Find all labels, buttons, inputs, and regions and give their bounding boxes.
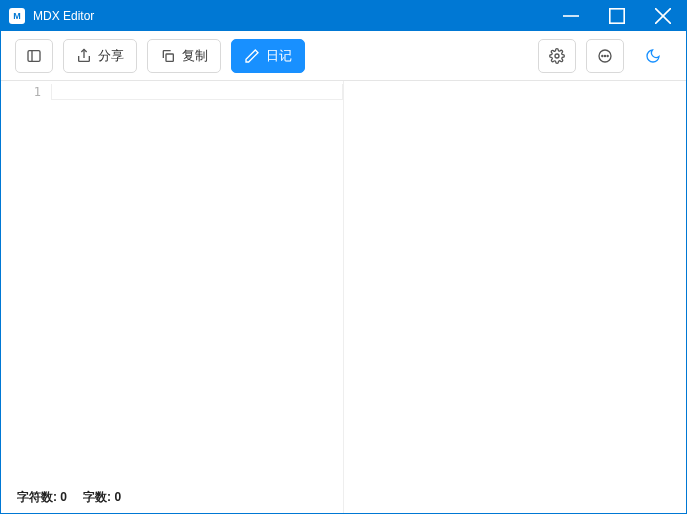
app-window: M MDX Editor 分享 — [0, 0, 687, 514]
minimize-icon — [563, 8, 579, 24]
maximize-button[interactable] — [594, 1, 640, 31]
svg-rect-4 — [28, 50, 40, 61]
copy-label: 复制 — [182, 47, 208, 65]
preview-pane — [344, 81, 686, 513]
moon-icon — [645, 48, 661, 64]
line-gutter: 1 — [1, 81, 51, 481]
close-icon — [655, 8, 671, 24]
sidebar-icon — [26, 48, 42, 64]
app-icon: M — [9, 8, 25, 24]
pencil-icon — [244, 48, 260, 64]
toolbar: 分享 复制 日记 — [1, 31, 686, 81]
editor-pane: 1 字符数: 0 字数: 0 — [1, 81, 344, 513]
char-count-value: 0 — [60, 490, 67, 504]
editor-body: 1 — [1, 81, 343, 481]
share-button[interactable]: 分享 — [63, 39, 137, 73]
diary-button[interactable]: 日记 — [231, 39, 305, 73]
svg-point-11 — [604, 55, 605, 56]
more-button[interactable] — [586, 39, 624, 73]
share-label: 分享 — [98, 47, 124, 65]
svg-point-8 — [555, 54, 559, 58]
titlebar: M MDX Editor — [1, 1, 686, 31]
ellipsis-icon — [597, 48, 613, 64]
char-count: 字符数: 0 — [17, 489, 67, 506]
share-icon — [76, 48, 92, 64]
diary-label: 日记 — [266, 47, 292, 65]
maximize-icon — [609, 8, 625, 24]
gear-icon — [549, 48, 565, 64]
statusbar: 字符数: 0 字数: 0 — [1, 481, 343, 513]
svg-point-12 — [607, 55, 608, 56]
word-count-value: 0 — [114, 490, 121, 504]
window-title: MDX Editor — [33, 9, 94, 23]
settings-button[interactable] — [538, 39, 576, 73]
char-count-label: 字符数: — [17, 490, 57, 504]
theme-toggle-button[interactable] — [634, 39, 672, 73]
word-count-label: 字数: — [83, 490, 111, 504]
code-editor[interactable] — [51, 84, 343, 100]
close-button[interactable] — [640, 1, 686, 31]
copy-button[interactable]: 复制 — [147, 39, 221, 73]
line-number: 1 — [1, 85, 41, 99]
minimize-button[interactable] — [548, 1, 594, 31]
sidebar-toggle-button[interactable] — [15, 39, 53, 73]
word-count: 字数: 0 — [83, 489, 121, 506]
svg-rect-7 — [166, 54, 173, 61]
content-area: 1 字符数: 0 字数: 0 — [1, 81, 686, 513]
svg-point-10 — [602, 55, 603, 56]
copy-icon — [160, 48, 176, 64]
svg-rect-1 — [610, 9, 624, 23]
